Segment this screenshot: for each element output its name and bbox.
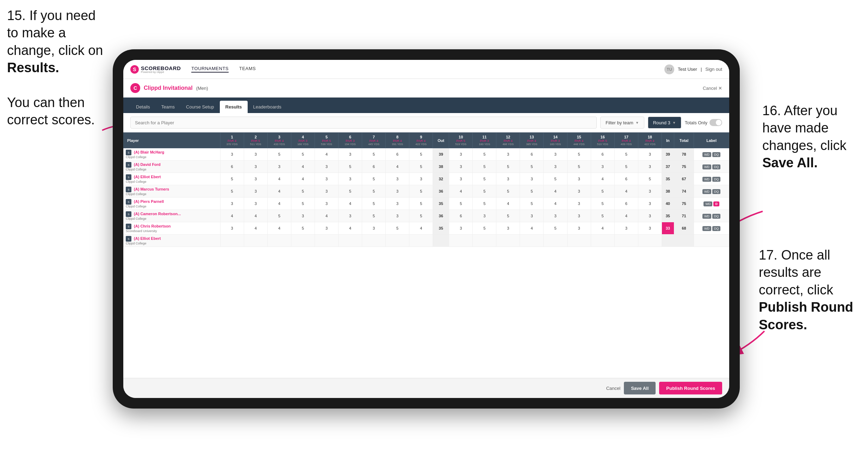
score-cell[interactable]: 5 [291,148,315,161]
dq-button[interactable]: DQ [712,189,721,194]
dq-button[interactable]: DQ [712,226,721,231]
score-cell[interactable] [315,235,338,247]
score-cell[interactable]: 5 [267,210,291,222]
score-cell[interactable]: 3 [449,161,473,173]
dq-button[interactable]: DQ [712,164,721,169]
score-cell[interactable]: 3 [638,185,662,198]
score-cell[interactable]: 3 [638,161,662,173]
score-cell[interactable]: 6 [520,148,544,161]
score-cell[interactable]: 3 [338,210,362,222]
wd-button[interactable]: WD [702,152,711,157]
score-cell[interactable] [567,235,591,247]
tab-leaderboards[interactable]: Leaderboards [248,101,287,113]
score-cell[interactable]: 4 [614,185,638,198]
score-cell[interactable] [362,235,386,247]
score-cell[interactable]: 5 [362,148,386,161]
score-cell[interactable]: 6 [449,210,473,222]
score-cell[interactable]: 3 [386,173,409,185]
score-cell[interactable]: 5 [520,185,544,198]
score-cell[interactable]: 5 [473,161,496,173]
score-cell[interactable]: 3 [473,210,496,222]
score-cell[interactable]: 3 [567,198,591,210]
score-cell[interactable]: 3 [315,198,338,210]
tab-teams[interactable]: Teams [156,101,180,113]
score-cell[interactable]: 6 [591,148,614,161]
score-cell[interactable]: 5 [267,148,291,161]
score-cell[interactable]: 5 [614,161,638,173]
search-input[interactable] [130,117,597,129]
score-cell[interactable]: 5 [473,173,496,185]
score-cell[interactable]: 4 [386,161,409,173]
score-cell[interactable]: 5 [614,148,638,161]
score-cell[interactable]: 3 [544,161,567,173]
score-cell[interactable] [220,235,244,247]
score-cell[interactable]: 4 [220,210,244,222]
score-cell[interactable]: 5 [473,222,496,235]
totals-toggle-switch[interactable] [709,119,722,126]
score-cell[interactable]: 3 [267,161,291,173]
score-cell[interactable]: 3 [544,210,567,222]
wd-button[interactable]: WD [703,201,712,206]
score-cell[interactable]: 4 [267,222,291,235]
score-cell[interactable]: 3 [638,148,662,161]
score-cell[interactable]: 5 [496,161,520,173]
score-cell[interactable] [614,235,638,247]
score-cell[interactable]: 5 [473,148,496,161]
score-cell[interactable]: 3 [362,222,386,235]
dq-button[interactable]: DQ [712,177,721,182]
score-cell[interactable]: 3 [638,198,662,210]
score-cell[interactable]: 3 [496,148,520,161]
score-cell[interactable]: 6 [614,198,638,210]
score-cell[interactable]: 5 [386,222,409,235]
dq-button[interactable]: DQ [712,152,721,157]
score-cell[interactable] [520,235,544,247]
score-cell[interactable]: 5 [338,185,362,198]
score-cell[interactable] [291,235,315,247]
score-cell[interactable]: 5 [291,222,315,235]
score-cell[interactable] [244,235,267,247]
score-cell[interactable]: 3 [315,161,338,173]
score-cell[interactable]: 3 [291,210,315,222]
score-cell[interactable]: 4 [496,198,520,210]
score-cell[interactable]: 5 [567,148,591,161]
score-cell[interactable]: 4 [520,222,544,235]
score-cell[interactable]: 4 [591,222,614,235]
score-cell[interactable]: 4 [544,198,567,210]
score-cell[interactable]: 5 [362,173,386,185]
score-cell[interactable] [496,235,520,247]
score-cell[interactable]: 3 [449,222,473,235]
score-cell[interactable]: 3 [520,173,544,185]
score-cell[interactable]: 3 [638,222,662,235]
score-cell[interactable]: 3 [244,173,267,185]
score-cell[interactable]: 3 [315,222,338,235]
score-cell[interactable]: 5 [409,198,433,210]
score-cell[interactable] [449,235,473,247]
score-cell[interactable] [409,235,433,247]
score-cell[interactable]: 3 [614,222,638,235]
score-cell[interactable]: 5 [291,198,315,210]
score-cell[interactable]: 5 [591,185,614,198]
score-cell[interactable]: 3 [244,185,267,198]
score-cell[interactable]: 3 [449,173,473,185]
score-cell[interactable]: 4 [338,222,362,235]
score-cell[interactable]: 4 [409,222,433,235]
score-cell[interactable]: 3 [591,161,614,173]
score-cell[interactable]: 3 [244,198,267,210]
score-cell[interactable] [544,235,567,247]
score-cell[interactable]: 4 [591,173,614,185]
score-cell[interactable]: 3 [220,222,244,235]
score-cell[interactable] [473,235,496,247]
sign-out-link[interactable]: Sign out [705,67,722,72]
score-cell[interactable]: 5 [496,210,520,222]
score-cell[interactable]: 6 [362,161,386,173]
score-cell[interactable]: 3 [567,222,591,235]
score-cell[interactable] [267,235,291,247]
score-cell[interactable]: 3 [386,210,409,222]
score-cell[interactable]: 5 [362,198,386,210]
tab-results[interactable]: Results [220,101,248,113]
score-cell[interactable]: 5 [473,198,496,210]
score-cell[interactable]: 5 [409,148,433,161]
score-cell[interactable]: 5 [220,173,244,185]
score-cell[interactable]: 6 [614,173,638,185]
score-cell[interactable]: 5 [520,161,544,173]
